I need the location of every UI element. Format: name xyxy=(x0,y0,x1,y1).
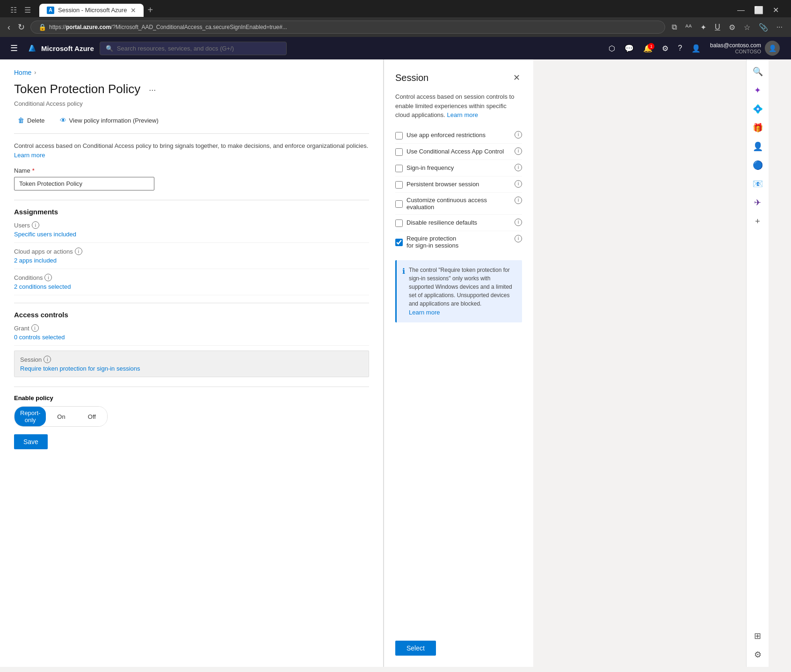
user-profile[interactable]: balas@contoso.com CONTOSO 👤 xyxy=(706,39,784,58)
right-sidebar: 🔍 ✦ 💠 🎁 👤 🔵 📧 ✈ + ⊞ ⚙ xyxy=(746,59,769,667)
close-button[interactable]: ✕ xyxy=(768,4,784,16)
checkbox-persistent-browser-input[interactable] xyxy=(395,181,403,189)
info-box-text: The control "Require token protection fo… xyxy=(409,267,512,307)
checkbox-conditional-access-input[interactable] xyxy=(395,148,403,156)
grant-info-icon[interactable]: i xyxy=(31,324,39,332)
help-icon[interactable]: ? xyxy=(674,41,686,55)
cloud-apps-info-icon[interactable]: i xyxy=(75,248,82,255)
enable-policy-label: Enable policy xyxy=(14,394,369,402)
settings-icon[interactable]: ⚙ xyxy=(658,41,672,56)
underline-icon[interactable]: U xyxy=(712,21,723,33)
checkbox-require-protection-label: Require protectionfor sign-in sessions xyxy=(406,235,510,249)
extensions-icon[interactable]: ⚙ xyxy=(726,21,738,34)
checkbox-continuous-access-input[interactable] xyxy=(395,200,403,208)
sidebar-mail-icon[interactable]: 📧 xyxy=(749,175,766,192)
toggle-off[interactable]: Off xyxy=(77,407,107,426)
conditional-access-info-icon[interactable]: i xyxy=(515,147,522,155)
address-text: https://portal.azure.com/?Microsoft_AAD_… xyxy=(49,24,287,30)
checkbox-continuous-access-label: Customize continuous access evaluation xyxy=(406,197,510,211)
conditions-info-icon[interactable]: i xyxy=(44,274,52,281)
save-button[interactable]: Save xyxy=(14,434,48,449)
directory-icon[interactable]: 👤 xyxy=(688,41,704,56)
azure-logo: Microsoft Azure xyxy=(26,43,94,54)
feedback-icon[interactable]: 💬 xyxy=(621,41,638,56)
ellipsis-menu-button[interactable]: ··· xyxy=(146,84,159,96)
sidebar-settings-icon[interactable]: ⚙ xyxy=(749,646,766,663)
left-panel: Home › Token Protection Policy ··· Condi… xyxy=(0,59,384,667)
checkbox-sign-in-frequency-input[interactable] xyxy=(395,165,403,172)
app-enforced-info-icon[interactable]: i xyxy=(515,131,522,139)
sidebar-add-icon[interactable]: + xyxy=(749,213,766,230)
view-policy-button[interactable]: 👁 View policy information (Preview) xyxy=(56,115,162,126)
session-value[interactable]: Require token protection for sign-in ses… xyxy=(20,365,363,372)
more-menu-button[interactable]: ··· xyxy=(774,21,785,33)
refresh-button[interactable]: ↻ xyxy=(16,20,27,34)
name-input[interactable] xyxy=(14,177,154,190)
sidebar-person-icon[interactable]: 👤 xyxy=(749,138,766,155)
users-value[interactable]: Specific users included xyxy=(14,231,369,238)
sidebar-toggle-icon[interactable]: ☰ xyxy=(22,4,34,16)
notifications-icon[interactable]: 🔔 1 xyxy=(639,41,656,56)
azure-nav: ☰ Microsoft Azure 🔍 ⬡ 💬 🔔 1 ⚙ ? 👤 balas@… xyxy=(0,37,791,59)
flyout-close-button[interactable]: ✕ xyxy=(511,71,522,85)
grant-value[interactable]: 0 controls selected xyxy=(14,334,369,341)
split-screen-icon[interactable]: ⧉ xyxy=(669,21,680,33)
continuous-access-info-icon[interactable]: i xyxy=(515,197,522,204)
search-input[interactable] xyxy=(117,45,281,52)
disable-resilience-info-icon[interactable]: i xyxy=(515,219,522,226)
nav-hamburger[interactable]: ☰ xyxy=(7,40,21,56)
sidebar-search-icon[interactable]: 🔍 xyxy=(749,63,766,80)
select-button[interactable]: Select xyxy=(395,641,436,656)
active-tab[interactable]: A Session - Microsoft Azure ✕ xyxy=(39,4,144,17)
flyout-header: Session ✕ xyxy=(395,71,522,85)
checkbox-disable-resilience-input[interactable] xyxy=(395,219,403,227)
maximize-button[interactable]: ⬜ xyxy=(749,4,768,16)
name-label: Name * xyxy=(14,167,369,174)
tab-favicon: A xyxy=(47,7,54,14)
sidebar-grid-icon[interactable]: ⊞ xyxy=(749,628,766,644)
toggle-on[interactable]: On xyxy=(46,407,76,426)
users-info-icon[interactable]: i xyxy=(32,221,39,229)
require-protection-info-icon[interactable]: i xyxy=(515,235,522,242)
tab-close-button[interactable]: ✕ xyxy=(131,7,136,14)
read-aloud-icon[interactable]: ᴬᴬ xyxy=(682,21,695,34)
breadcrumb-home[interactable]: Home xyxy=(14,69,31,76)
conditions-value[interactable]: 2 conditions selected xyxy=(14,283,369,290)
learn-more-link[interactable]: Learn more xyxy=(14,152,45,159)
cloud-apps-value[interactable]: 2 apps included xyxy=(14,257,369,264)
checkbox-persistent-browser: Persistent browser session i xyxy=(395,176,522,193)
persistent-browser-info-icon[interactable]: i xyxy=(515,180,522,188)
action-bar: 🗑 Delete 👁 View policy information (Prev… xyxy=(14,115,369,134)
delete-label: Delete xyxy=(27,117,45,124)
sidebar-copilot-icon[interactable]: ✦ xyxy=(749,82,766,99)
info-box-learn-more[interactable]: Learn more xyxy=(409,309,440,316)
collections-icon[interactable]: 📎 xyxy=(756,21,771,34)
favorites-icon[interactable]: ☆ xyxy=(741,21,753,34)
toggle-report-only[interactable]: Report-only xyxy=(15,407,46,426)
checkbox-require-protection-input[interactable] xyxy=(395,239,403,246)
address-bar[interactable]: 🔒 https://portal.azure.com/?Microsoft_AA… xyxy=(30,21,665,34)
tab-title: Session - Microsoft Azure xyxy=(58,7,127,14)
delete-button[interactable]: 🗑 Delete xyxy=(14,115,49,126)
search-icon: 🔍 xyxy=(106,45,113,52)
minimize-button[interactable]: — xyxy=(733,4,749,16)
info-box-icon: ℹ xyxy=(402,266,405,277)
session-info-icon[interactable]: i xyxy=(44,356,51,363)
tab-group-icon[interactable]: ☷ xyxy=(7,4,20,16)
flyout-learn-more-link[interactable]: Learn more xyxy=(447,111,478,118)
sidebar-flight-icon[interactable]: ✈ xyxy=(749,194,766,211)
back-button[interactable]: ‹ xyxy=(6,21,12,34)
cloud-shell-icon[interactable]: ⬡ xyxy=(605,41,619,56)
checkbox-app-enforced-input[interactable] xyxy=(395,132,403,139)
sidebar-gem-icon[interactable]: 💠 xyxy=(749,101,766,117)
cloud-apps-row: Cloud apps or actions i 2 apps included xyxy=(14,248,369,269)
sidebar-outlook-icon[interactable]: 🔵 xyxy=(749,157,766,174)
conditions-row: Conditions i 2 conditions selected xyxy=(14,274,369,295)
sidebar-gift-icon[interactable]: 🎁 xyxy=(749,119,766,136)
azure-logo-text: Microsoft Azure xyxy=(41,44,94,52)
copilot-icon[interactable]: ✦ xyxy=(697,21,709,34)
new-tab-button[interactable]: + xyxy=(144,3,157,17)
search-bar[interactable]: 🔍 xyxy=(100,42,287,55)
session-section: Session i Require token protection for s… xyxy=(14,351,369,377)
sign-in-frequency-info-icon[interactable]: i xyxy=(515,164,522,171)
